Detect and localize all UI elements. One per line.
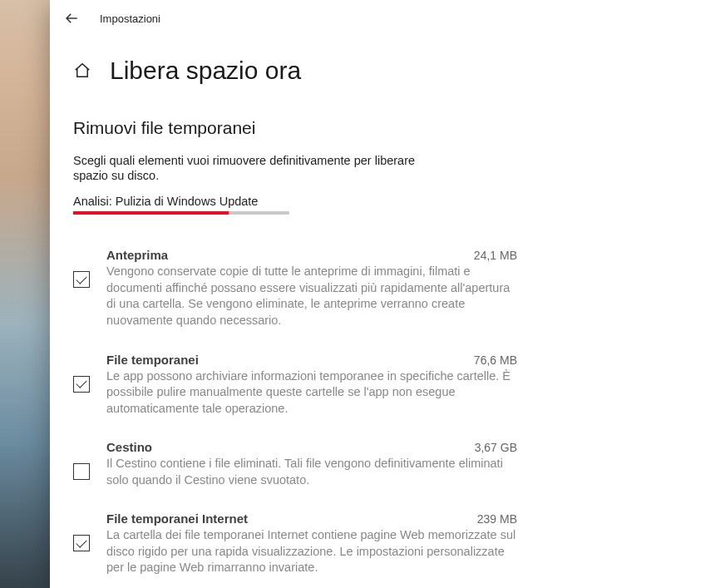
item-size: 24,1 MB <box>474 249 517 262</box>
item-description: Il Cestino contiene i file eliminati. Ta… <box>106 456 522 488</box>
list-item: Cestino3,67 GBIl Cestino contiene i file… <box>73 432 522 503</box>
item-checkbox[interactable] <box>73 376 90 393</box>
item-title: Cestino <box>106 440 152 454</box>
settings-window: Impostazioni Libera spazio ora Rimuovi f… <box>50 0 715 588</box>
page-header: Libera spazio ora <box>73 57 692 85</box>
list-item: File temporanei Internet239 MBLa cartell… <box>73 503 522 588</box>
back-arrow-icon <box>64 11 79 26</box>
list-item: Anteprima24,1 MBVengono conservate copie… <box>73 240 522 343</box>
item-head: File temporanei Internet239 MB <box>106 511 522 526</box>
titlebar-title: Impostazioni <box>100 12 160 25</box>
item-head: Cestino3,67 GB <box>106 440 522 454</box>
item-checkbox[interactable] <box>73 535 90 551</box>
items-list: Anteprima24,1 MBVengono conservate copie… <box>73 240 692 588</box>
item-size: 3,67 GB <box>475 441 517 454</box>
item-body: Anteprima24,1 MBVengono conservate copie… <box>106 248 522 329</box>
item-size: 76,6 MB <box>474 353 517 367</box>
back-button[interactable] <box>63 10 80 27</box>
content-area: Libera spazio ora Rimuovi file temporane… <box>50 57 715 588</box>
titlebar: Impostazioni <box>50 0 715 37</box>
item-body: File temporanei Internet239 MBLa cartell… <box>106 511 522 576</box>
item-checkbox[interactable] <box>73 271 90 288</box>
page-title: Libera spazio ora <box>110 57 301 85</box>
item-size: 239 MB <box>477 512 517 526</box>
item-description: Vengono conservate copie di tutte le ant… <box>106 264 522 329</box>
item-head: File temporanei76,6 MB <box>106 353 522 367</box>
item-title: File temporanei Internet <box>106 511 248 526</box>
item-title: Anteprima <box>106 248 168 262</box>
item-head: Anteprima24,1 MB <box>106 248 522 262</box>
item-title: File temporanei <box>106 353 199 367</box>
item-description: Le app possono archiviare informazioni t… <box>106 368 522 418</box>
item-body: Cestino3,67 GBIl Cestino contiene i file… <box>106 440 522 488</box>
section-title: Rimuovi file temporanei <box>73 118 692 138</box>
analysis-progress-fill <box>73 211 229 215</box>
item-checkbox[interactable] <box>73 463 90 480</box>
list-item: File temporanei76,6 MBLe app possono arc… <box>73 344 522 432</box>
home-icon[interactable] <box>73 62 91 80</box>
analysis-label: Analisi: Pulizia di Windows Update <box>73 195 692 208</box>
section-description: Scegli quali elementi vuoi rimuovere def… <box>73 153 431 183</box>
item-body: File temporanei76,6 MBLe app possono arc… <box>106 353 522 418</box>
analysis-progress-bar <box>73 211 289 215</box>
item-description: La cartella dei file temporanei Internet… <box>106 527 522 576</box>
